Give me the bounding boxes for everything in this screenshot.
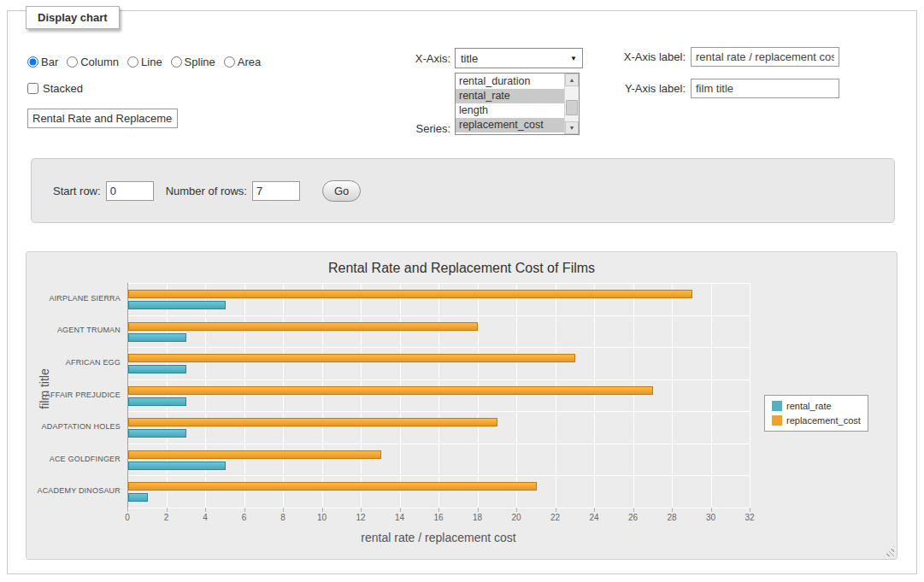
chart-type-area[interactable]: Area [224,56,261,68]
resize-handle-icon[interactable] [884,546,894,556]
stacked-label: Stacked [43,82,83,95]
gridline-vertical [594,283,595,508]
x-tick-label: 22 [543,513,568,522]
x-tick-mark [400,508,401,512]
bar-replacement_cost [128,386,653,395]
plot-area [127,283,750,508]
scrollbar-track[interactable] [565,86,579,121]
y-axis-label-label: Y-Axis label: [597,82,686,95]
chart-type-label: Column [80,56,119,68]
x-tick-mark [438,508,439,512]
x-axis-field-row: X-Axis: title ▼ [367,48,583,68]
chart-type-bar[interactable]: Bar [27,56,58,68]
x-tick-mark [167,508,168,512]
gridline-vertical [361,283,362,508]
x-tick-label: 4 [192,513,218,522]
go-button[interactable]: Go [322,180,361,202]
gridline-vertical [322,283,323,508]
series-option-rental_rate[interactable]: rental_rate [456,89,564,103]
stacked-checkbox-row[interactable]: Stacked [27,82,83,95]
x-axis-label-label: X-Axis label: [597,50,686,63]
x-tick-mark [633,508,634,512]
category-label: AFRICAN EGG [26,358,121,367]
series-listbox[interactable]: rental_durationrental_ratelengthreplacem… [455,73,580,135]
series-option-rental_duration[interactable]: rental_duration [456,74,564,89]
row-range-panel: Start row: Number of rows: Go [31,158,895,223]
legend-item-rental_rate[interactable]: rental_rate [772,401,861,411]
scrollbar-thumb[interactable] [566,100,578,115]
legend-label: rental_rate [786,401,832,411]
scroll-up-icon[interactable]: ▲ [565,73,579,86]
chart-panel: Rental Rate and Replacement Cost of Film… [26,251,898,560]
chart-title-input[interactable] [27,109,178,128]
chart-type-radio-column[interactable] [67,56,78,68]
x-tick-mark [672,508,673,512]
gridline-vertical [283,283,284,508]
chart-type-radio-line[interactable] [127,56,138,68]
series-options: rental_durationrental_ratelengthreplacem… [456,73,564,134]
chart-type-label: Bar [41,56,58,68]
series-scrollbar[interactable]: ▲ ▼ [564,73,579,134]
category-label: AFFAIR PREJUDICE [26,391,121,399]
series-option-replacement_cost[interactable]: replacement_cost [456,118,564,132]
display-chart-fieldset: Display chart BarColumnLineSplineArea St… [7,10,917,574]
scroll-down-icon[interactable]: ▼ [565,121,579,134]
gridline-vertical [205,283,206,508]
x-tick-label: 30 [698,513,724,522]
bar-replacement_cost [128,322,478,331]
gridline-vertical [400,283,401,508]
chart-legend: rental_ratereplacement_cost [764,395,868,432]
chart-type-column[interactable]: Column [67,56,119,68]
x-tick-mark [361,508,362,512]
y-axis-label-input[interactable] [691,79,839,98]
chart-type-radio-bar[interactable] [27,56,38,68]
number-of-rows-label: Number of rows: [166,185,247,197]
x-tick-mark [556,508,556,512]
x-tick-label: 2 [154,513,180,522]
chart-type-label: Line [141,56,162,68]
x-tick-mark [594,508,595,512]
bar-rental_rate [128,461,226,470]
chart-title: Rental Rate and Replacement Cost of Film… [26,261,897,276]
x-tick-label: 32 [737,513,762,522]
gridline-vertical [711,283,712,508]
category-label: AIRPLANE SIERRA [26,294,121,303]
category-label: ACADEMY DINOSAUR [26,486,121,495]
category-label: AGENT TRUMAN [26,326,121,334]
stacked-checkbox[interactable] [27,83,38,94]
chart-type-line[interactable]: Line [127,56,162,68]
x-tick-label: 16 [426,513,451,522]
gridline-vertical [127,283,128,508]
bar-rental_rate [128,493,148,502]
series-option-length[interactable]: length [456,103,564,118]
gridline-vertical [556,283,556,508]
bar-replacement_cost [128,418,497,426]
x-tick-mark [244,508,245,512]
x-tick-mark [711,508,712,512]
gridline-vertical [167,283,168,508]
start-row-input[interactable] [106,181,154,201]
y-axis-title: film title [38,368,51,409]
x-tick-label: 26 [621,513,646,522]
chart-type-label: Spline [185,56,215,68]
legend-swatch-replacement_cost [772,415,782,426]
chart-type-radio-spline[interactable] [171,56,182,68]
x-tick-label: 14 [387,513,413,522]
bar-replacement_cost [128,354,575,362]
bar-rental_rate [128,429,186,438]
gridline-vertical [438,283,439,508]
x-tick-mark [283,508,284,512]
bar-replacement_cost [128,482,537,491]
chart-type-radio-area[interactable] [224,56,235,68]
number-of-rows-input[interactable] [252,181,300,201]
bar-rental_rate [128,397,186,406]
x-axis-select[interactable]: title ▼ [455,48,583,68]
series-label: Series: [367,122,450,135]
x-tick-mark [478,508,479,512]
legend-item-replacement_cost[interactable]: replacement_cost [772,415,861,426]
x-tick-label: 12 [348,513,374,522]
x-axis-label-input[interactable] [691,47,839,67]
x-tick-label: 0 [115,513,140,522]
chart-type-spline[interactable]: Spline [171,56,215,68]
dropdown-arrow-icon: ▼ [570,55,577,62]
